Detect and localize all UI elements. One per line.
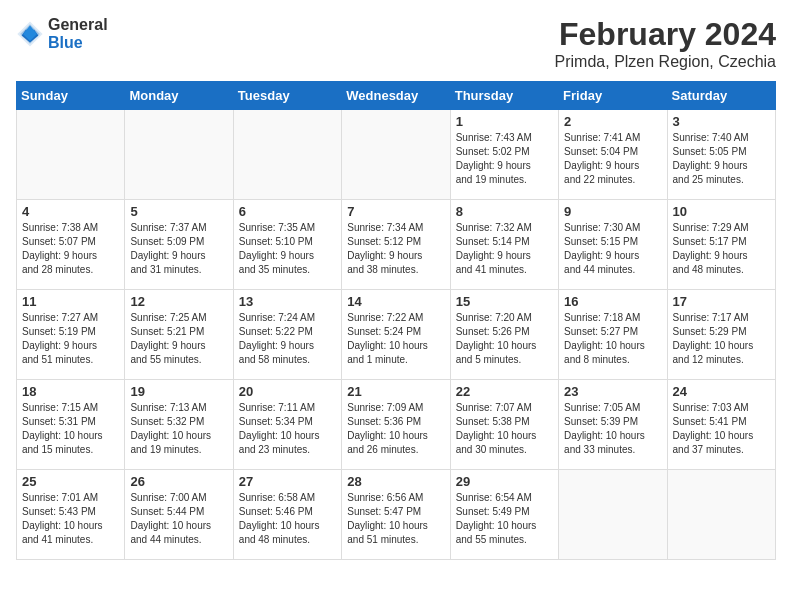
day-of-week-header: Tuesday	[233, 82, 341, 110]
calendar-day-cell: 17Sunrise: 7:17 AM Sunset: 5:29 PM Dayli…	[667, 290, 775, 380]
calendar-day-cell	[559, 470, 667, 560]
day-number: 23	[564, 384, 661, 399]
day-of-week-header: Saturday	[667, 82, 775, 110]
day-detail: Sunrise: 7:15 AM Sunset: 5:31 PM Dayligh…	[22, 401, 119, 457]
calendar-day-cell: 9Sunrise: 7:30 AM Sunset: 5:15 PM Daylig…	[559, 200, 667, 290]
day-detail: Sunrise: 6:54 AM Sunset: 5:49 PM Dayligh…	[456, 491, 553, 547]
day-number: 5	[130, 204, 227, 219]
day-detail: Sunrise: 7:18 AM Sunset: 5:27 PM Dayligh…	[564, 311, 661, 367]
calendar-day-cell: 12Sunrise: 7:25 AM Sunset: 5:21 PM Dayli…	[125, 290, 233, 380]
logo: General Blue	[16, 16, 108, 51]
day-number: 15	[456, 294, 553, 309]
day-detail: Sunrise: 7:00 AM Sunset: 5:44 PM Dayligh…	[130, 491, 227, 547]
day-number: 3	[673, 114, 770, 129]
day-number: 10	[673, 204, 770, 219]
day-detail: Sunrise: 7:35 AM Sunset: 5:10 PM Dayligh…	[239, 221, 336, 277]
day-number: 13	[239, 294, 336, 309]
calendar-day-cell: 10Sunrise: 7:29 AM Sunset: 5:17 PM Dayli…	[667, 200, 775, 290]
calendar-day-cell: 5Sunrise: 7:37 AM Sunset: 5:09 PM Daylig…	[125, 200, 233, 290]
day-detail: Sunrise: 7:41 AM Sunset: 5:04 PM Dayligh…	[564, 131, 661, 187]
calendar-day-cell: 14Sunrise: 7:22 AM Sunset: 5:24 PM Dayli…	[342, 290, 450, 380]
calendar-day-cell: 1Sunrise: 7:43 AM Sunset: 5:02 PM Daylig…	[450, 110, 558, 200]
day-detail: Sunrise: 7:17 AM Sunset: 5:29 PM Dayligh…	[673, 311, 770, 367]
day-detail: Sunrise: 7:05 AM Sunset: 5:39 PM Dayligh…	[564, 401, 661, 457]
day-number: 11	[22, 294, 119, 309]
header: General Blue February 2024 Primda, Plzen…	[16, 16, 776, 71]
calendar-subtitle: Primda, Plzen Region, Czechia	[555, 53, 776, 71]
calendar-day-cell	[342, 110, 450, 200]
calendar-day-cell: 3Sunrise: 7:40 AM Sunset: 5:05 PM Daylig…	[667, 110, 775, 200]
day-detail: Sunrise: 7:01 AM Sunset: 5:43 PM Dayligh…	[22, 491, 119, 547]
title-area: February 2024 Primda, Plzen Region, Czec…	[555, 16, 776, 71]
calendar-day-cell: 22Sunrise: 7:07 AM Sunset: 5:38 PM Dayli…	[450, 380, 558, 470]
day-detail: Sunrise: 7:09 AM Sunset: 5:36 PM Dayligh…	[347, 401, 444, 457]
calendar-header-row: SundayMondayTuesdayWednesdayThursdayFrid…	[17, 82, 776, 110]
day-number: 6	[239, 204, 336, 219]
calendar-day-cell: 29Sunrise: 6:54 AM Sunset: 5:49 PM Dayli…	[450, 470, 558, 560]
day-number: 17	[673, 294, 770, 309]
calendar-day-cell: 4Sunrise: 7:38 AM Sunset: 5:07 PM Daylig…	[17, 200, 125, 290]
day-number: 12	[130, 294, 227, 309]
day-number: 8	[456, 204, 553, 219]
calendar-day-cell: 11Sunrise: 7:27 AM Sunset: 5:19 PM Dayli…	[17, 290, 125, 380]
day-detail: Sunrise: 7:29 AM Sunset: 5:17 PM Dayligh…	[673, 221, 770, 277]
day-number: 20	[239, 384, 336, 399]
day-detail: Sunrise: 7:40 AM Sunset: 5:05 PM Dayligh…	[673, 131, 770, 187]
day-number: 29	[456, 474, 553, 489]
calendar-day-cell: 16Sunrise: 7:18 AM Sunset: 5:27 PM Dayli…	[559, 290, 667, 380]
calendar-title: February 2024	[555, 16, 776, 53]
calendar-day-cell: 20Sunrise: 7:11 AM Sunset: 5:34 PM Dayli…	[233, 380, 341, 470]
day-detail: Sunrise: 7:25 AM Sunset: 5:21 PM Dayligh…	[130, 311, 227, 367]
calendar-day-cell	[233, 110, 341, 200]
calendar-day-cell: 2Sunrise: 7:41 AM Sunset: 5:04 PM Daylig…	[559, 110, 667, 200]
calendar-week-row: 18Sunrise: 7:15 AM Sunset: 5:31 PM Dayli…	[17, 380, 776, 470]
calendar-day-cell	[667, 470, 775, 560]
day-detail: Sunrise: 6:56 AM Sunset: 5:47 PM Dayligh…	[347, 491, 444, 547]
calendar-day-cell: 15Sunrise: 7:20 AM Sunset: 5:26 PM Dayli…	[450, 290, 558, 380]
day-detail: Sunrise: 6:58 AM Sunset: 5:46 PM Dayligh…	[239, 491, 336, 547]
day-detail: Sunrise: 7:20 AM Sunset: 5:26 PM Dayligh…	[456, 311, 553, 367]
day-detail: Sunrise: 7:24 AM Sunset: 5:22 PM Dayligh…	[239, 311, 336, 367]
calendar-day-cell	[17, 110, 125, 200]
logo-line1: General	[48, 16, 108, 34]
day-number: 4	[22, 204, 119, 219]
day-detail: Sunrise: 7:43 AM Sunset: 5:02 PM Dayligh…	[456, 131, 553, 187]
day-detail: Sunrise: 7:03 AM Sunset: 5:41 PM Dayligh…	[673, 401, 770, 457]
day-number: 27	[239, 474, 336, 489]
day-detail: Sunrise: 7:27 AM Sunset: 5:19 PM Dayligh…	[22, 311, 119, 367]
calendar-week-row: 4Sunrise: 7:38 AM Sunset: 5:07 PM Daylig…	[17, 200, 776, 290]
day-number: 24	[673, 384, 770, 399]
calendar-day-cell	[125, 110, 233, 200]
logo-icon	[16, 20, 44, 48]
day-of-week-header: Monday	[125, 82, 233, 110]
day-number: 9	[564, 204, 661, 219]
day-number: 22	[456, 384, 553, 399]
day-of-week-header: Thursday	[450, 82, 558, 110]
day-of-week-header: Sunday	[17, 82, 125, 110]
day-detail: Sunrise: 7:30 AM Sunset: 5:15 PM Dayligh…	[564, 221, 661, 277]
day-number: 16	[564, 294, 661, 309]
calendar-day-cell: 27Sunrise: 6:58 AM Sunset: 5:46 PM Dayli…	[233, 470, 341, 560]
calendar-day-cell: 8Sunrise: 7:32 AM Sunset: 5:14 PM Daylig…	[450, 200, 558, 290]
day-detail: Sunrise: 7:13 AM Sunset: 5:32 PM Dayligh…	[130, 401, 227, 457]
day-number: 28	[347, 474, 444, 489]
day-number: 1	[456, 114, 553, 129]
day-number: 19	[130, 384, 227, 399]
logo-line2: Blue	[48, 34, 108, 52]
calendar-week-row: 25Sunrise: 7:01 AM Sunset: 5:43 PM Dayli…	[17, 470, 776, 560]
calendar-day-cell: 26Sunrise: 7:00 AM Sunset: 5:44 PM Dayli…	[125, 470, 233, 560]
calendar-day-cell: 13Sunrise: 7:24 AM Sunset: 5:22 PM Dayli…	[233, 290, 341, 380]
day-of-week-header: Wednesday	[342, 82, 450, 110]
day-detail: Sunrise: 7:07 AM Sunset: 5:38 PM Dayligh…	[456, 401, 553, 457]
day-number: 21	[347, 384, 444, 399]
day-number: 26	[130, 474, 227, 489]
calendar-day-cell: 21Sunrise: 7:09 AM Sunset: 5:36 PM Dayli…	[342, 380, 450, 470]
day-detail: Sunrise: 7:34 AM Sunset: 5:12 PM Dayligh…	[347, 221, 444, 277]
calendar-day-cell: 7Sunrise: 7:34 AM Sunset: 5:12 PM Daylig…	[342, 200, 450, 290]
day-detail: Sunrise: 7:38 AM Sunset: 5:07 PM Dayligh…	[22, 221, 119, 277]
calendar-week-row: 1Sunrise: 7:43 AM Sunset: 5:02 PM Daylig…	[17, 110, 776, 200]
calendar-day-cell: 25Sunrise: 7:01 AM Sunset: 5:43 PM Dayli…	[17, 470, 125, 560]
day-number: 7	[347, 204, 444, 219]
day-detail: Sunrise: 7:22 AM Sunset: 5:24 PM Dayligh…	[347, 311, 444, 367]
day-number: 14	[347, 294, 444, 309]
